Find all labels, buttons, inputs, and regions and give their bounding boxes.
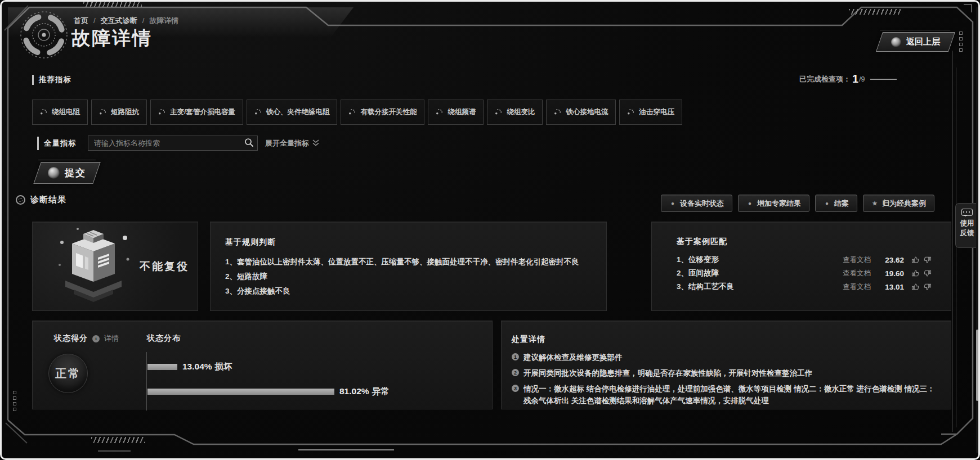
- disposal-card: 处置详情 1 建议解体检查及维修更换部件 2 开展同类同批次设备的隐患排查，明确…: [501, 321, 951, 409]
- item-number-badge: 2: [512, 369, 519, 376]
- section-bar: [32, 75, 34, 85]
- indicator-chip[interactable]: 主变/套管介损电容量: [150, 100, 243, 125]
- spinner-icon: [627, 109, 634, 116]
- diagnosis-verdict: 不能复役: [140, 259, 189, 274]
- full-indicators-row: 全量指标 展开全量指标: [37, 136, 319, 151]
- action-label: 增加专家结果: [757, 199, 801, 209]
- disposal-item: 2 开展同类同批次设备的隐患排查，明确是否存在家族性缺陷，开展针对性检查整治工作: [512, 367, 938, 379]
- view-document-link[interactable]: 查看文档: [843, 282, 871, 292]
- thumb-down-icon[interactable]: [924, 256, 932, 264]
- breadcrumb-item[interactable]: 故障详情: [137, 16, 179, 26]
- hatch-marks-top-right: [849, 9, 901, 15]
- disposal-item: 1 建议解体检查及维修更换部件: [512, 351, 938, 363]
- spinner-icon: [436, 109, 443, 116]
- indicator-chip[interactable]: 绕组电阻: [32, 100, 88, 125]
- case-score: 23.62: [879, 256, 904, 264]
- feedback-thumbs: [911, 256, 932, 264]
- view-document-link[interactable]: 查看文档: [843, 255, 871, 265]
- diagnosis-section-header: 诊断结果: [16, 195, 66, 205]
- indicator-chip[interactable]: 绕组变比: [487, 100, 543, 125]
- spinner-icon: [99, 109, 106, 116]
- item-number-badge: 3: [512, 385, 519, 392]
- recommended-section-label: 推荐指标: [39, 75, 71, 85]
- expand-label: 展开全量指标: [265, 138, 309, 148]
- diagnosis-action-button[interactable]: ● 设备实时状态: [661, 195, 732, 212]
- recommended-section-header: 推荐指标: [32, 75, 71, 85]
- indicator-chip-label: 主变/套管介损电容量: [170, 107, 235, 117]
- indicator-chip[interactable]: 铁心、夹件绝缘电阻: [247, 100, 338, 125]
- spinner-icon: [495, 109, 502, 116]
- distribution-pct: 81.02%: [339, 386, 369, 396]
- rule-item: 3、分接点接触不良: [225, 284, 594, 299]
- indicator-chip-label: 绕组频谱: [448, 107, 476, 117]
- indicator-chip[interactable]: 绕组频谱: [428, 100, 484, 125]
- diagnosis-action-button[interactable]: ● 增加专家结果: [738, 195, 809, 212]
- case-name: 1、位移变形: [677, 255, 843, 265]
- case-name: 2、匝间故障: [677, 268, 843, 278]
- indicator-chip-label: 绕组电阻: [52, 107, 80, 117]
- completed-checks: 已完成检查项： 1 /9: [799, 73, 897, 85]
- breadcrumb-item[interactable]: 首页: [74, 16, 88, 26]
- detail-link[interactable]: 详情: [104, 333, 119, 344]
- sphere-icon: [891, 37, 901, 47]
- chevron-double-down-icon: [312, 139, 319, 147]
- breadcrumb-item[interactable]: 交互式诊断: [88, 16, 137, 26]
- radar-logo-icon: [19, 10, 69, 60]
- rule-item: 1、套管油位以上密封件太薄、位置放置不正、压缩量不够、接触面处理不干净、密封件老…: [225, 255, 594, 269]
- distribution-bar-label: 13.04%损坏: [182, 361, 232, 373]
- disposal-item: 3 情况一：微水超标 结合停电检修进行油处理，处理前加强色谱、微水等项目检测 情…: [512, 383, 938, 407]
- indicator-chip[interactable]: 油击穿电压: [619, 100, 682, 125]
- expand-full-indicators[interactable]: 展开全量指标: [265, 138, 319, 148]
- verdict-card: 不能复役: [32, 222, 198, 311]
- indicator-chip[interactable]: 有载分接开关性能: [341, 100, 424, 125]
- completed-total: /9: [859, 75, 865, 83]
- page-title: 故障详情: [71, 26, 153, 51]
- thumb-down-icon[interactable]: [924, 269, 932, 277]
- rule-item: 2、短路故障: [225, 269, 594, 284]
- fault-detail-page: 首页交互式诊断故障详情 故障详情 返回上层 推荐指标 已完成检查项： 1 /9 …: [0, 0, 980, 460]
- indicator-chip-label: 油击穿电压: [639, 107, 674, 117]
- status-card: 状态得分 详情 正常 状态分布 13.04%损坏 81.02%异常: [32, 321, 493, 409]
- completed-progress-line: [870, 79, 897, 80]
- view-document-link[interactable]: 查看文档: [843, 269, 871, 278]
- thumb-down-icon[interactable]: [924, 283, 932, 291]
- distribution-bar-row: 81.02%异常: [147, 386, 473, 398]
- spinner-icon: [254, 109, 262, 116]
- feedback-tab[interactable]: 使用反馈: [955, 203, 978, 248]
- diagnosis-action-button[interactable]: ● 结案: [815, 195, 857, 212]
- case-item-row: 3、结构工艺不良 查看文档 13.01: [677, 280, 932, 294]
- action-label: 归为经典案例: [882, 199, 926, 209]
- diagnosis-action-button[interactable]: ★ 归为经典案例: [863, 195, 934, 212]
- back-button-label: 返回上层: [906, 37, 940, 47]
- spinner-icon: [40, 109, 47, 116]
- action-icon: ★: [871, 200, 878, 206]
- scrollbar-thumb[interactable]: [976, 330, 978, 401]
- section-bar: [37, 137, 39, 150]
- indicator-search-input[interactable]: [88, 136, 258, 151]
- disposal-item-text: 开展同类同批次设备的隐患排查，明确是否存在家族性缺陷，开展针对性检查整治工作: [523, 367, 812, 379]
- info-icon[interactable]: [92, 335, 100, 342]
- distribution-bar: [147, 389, 334, 395]
- indicator-chip[interactable]: 短路阻抗: [91, 100, 147, 125]
- thumb-up-icon[interactable]: [911, 283, 919, 291]
- back-button[interactable]: 返回上层: [876, 32, 955, 52]
- completed-count: 1: [852, 73, 858, 85]
- indicator-chip[interactable]: 铁心接地电流: [546, 100, 616, 125]
- disposal-item-text: 建议解体检查及维修更换部件: [523, 351, 623, 363]
- case-item-row: 2、匝间故障 查看文档 19.60: [677, 267, 932, 280]
- action-label: 结案: [834, 199, 849, 209]
- submit-button[interactable]: 提交: [33, 162, 100, 184]
- diagnosis-section-label: 诊断结果: [30, 195, 66, 205]
- indicator-chip-label: 铁心接地电流: [566, 107, 608, 117]
- indicator-chip-label: 铁心、夹件绝缘电阻: [266, 107, 330, 117]
- case-match-card: 基于案例匹配 1、位移变形 查看文档 23.62: [651, 222, 951, 311]
- thumb-up-icon[interactable]: [911, 256, 919, 264]
- completed-label: 已完成检查项：: [799, 74, 851, 84]
- spinner-icon: [348, 109, 356, 116]
- distribution-bar-label: 81.02%异常: [339, 386, 390, 398]
- thumb-up-icon[interactable]: [911, 269, 919, 277]
- search-icon[interactable]: [244, 138, 254, 147]
- edge-squares-bottom-left: [13, 391, 16, 411]
- disposal-item-list: 1 建议解体检查及维修更换部件 2 开展同类同批次设备的隐患排查，明确是否存在家…: [512, 351, 938, 407]
- case-name: 3、结构工艺不良: [677, 282, 843, 292]
